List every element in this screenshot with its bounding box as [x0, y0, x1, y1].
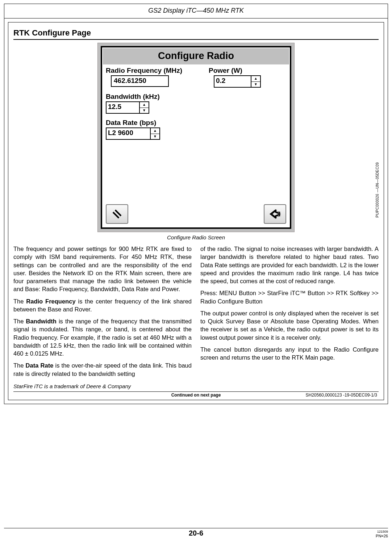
data-rate-value: L2 9600 [107, 128, 150, 139]
data-rate-label: Data Rate (bps) [106, 119, 286, 127]
data-rate-down-icon[interactable]: ▼ [151, 134, 159, 139]
cancel-icon [112, 209, 122, 219]
body-para: The cancel button disregards any input t… [200, 345, 379, 362]
softkey-row [103, 204, 289, 225]
next-button[interactable] [264, 204, 286, 224]
screenshot-wrap: PUPC000026 —UN—05DEC09 Configure Radio R… [13, 43, 379, 232]
content-frame: RTK Configure Page PUPC000026 —UN—05DEC0… [8, 22, 384, 400]
body-para: The Data Rate is the over-the-air speed … [13, 361, 192, 378]
cancel-button[interactable] [106, 204, 128, 224]
body-para: The Radio Frequency is the center freque… [13, 297, 192, 314]
bandwidth-spinner[interactable]: ▲ ▼ [139, 102, 149, 113]
configure-radio-panel: Configure Radio Radio Frequency (MHz) 46… [97, 43, 295, 232]
power-up-icon[interactable]: ▲ [251, 76, 260, 82]
screenshot-caption: Configure Radio Screen [13, 234, 379, 240]
radio-frequency-input[interactable]: 462.61250 [111, 75, 169, 87]
power-label: Power (W) [209, 67, 286, 75]
data-rate-spinner[interactable]: ▲ ▼ [150, 128, 159, 139]
configure-radio-inner: Configure Radio Radio Frequency (MHz) 46… [101, 46, 291, 229]
power-down-icon[interactable]: ▼ [251, 82, 260, 87]
image-ref-code: PUPC000026 —UN—05DEC09 [375, 162, 379, 218]
title-rule [13, 39, 379, 40]
page-header: GS2 Display iTC—450 MHz RTK [4, 4, 388, 18]
body-para: Press: MENU Button >> StarFire iTC™ Butt… [200, 289, 379, 305]
page-frame: GS2 Display iTC—450 MHz RTK RTK Configur… [4, 4, 388, 404]
bandwidth-down-icon[interactable]: ▼ [140, 108, 149, 113]
bandwidth-input[interactable]: 12.5 ▲ ▼ [106, 101, 149, 114]
bandwidth-label: Bandwidth (kHz) [106, 93, 286, 101]
configure-radio-title: Configure Radio [103, 48, 289, 64]
continued-label: Continued on next page [13, 393, 379, 398]
radio-frequency-value: 462.61250 [114, 77, 146, 85]
bandwidth-value: 12.5 [107, 102, 139, 113]
body-para: of the radio. The signal to noise increa… [200, 245, 379, 285]
body-left-column: The frequency and power settings for 900… [13, 245, 192, 382]
section-title: RTK Configure Page [13, 28, 379, 38]
data-rate-up-icon[interactable]: ▲ [151, 128, 159, 134]
radio-frequency-label: Radio Frequency (MHz) [106, 67, 183, 75]
body-para: The Bandwidth is the range of the freque… [13, 317, 192, 357]
body-right-column: of the radio. The signal to noise increa… [200, 245, 379, 382]
power-input[interactable]: 0.2 ▲ ▼ [214, 75, 261, 88]
body-columns: The frequency and power settings for 900… [13, 245, 379, 382]
power-value: 0.2 [214, 76, 251, 87]
page-number: 20-6 [4, 529, 388, 537]
power-spinner[interactable]: ▲ ▼ [251, 76, 260, 87]
configure-radio-body: Radio Frequency (MHz) 462.61250 Power (W… [103, 67, 289, 204]
continued-row: Continued on next page SH20560,0000123 -… [13, 392, 379, 398]
page-footer: 20-6 121509 PN=26 [0, 528, 392, 540]
bandwidth-up-icon[interactable]: ▲ [140, 102, 149, 108]
arrow-right-icon [269, 209, 281, 219]
header-rule [4, 18, 388, 18]
body-para: The output power control is only display… [200, 309, 379, 341]
body-para: The frequency and power settings for 900… [13, 245, 192, 293]
trademark-note: StarFire iTC is a trademark of Deere & C… [13, 383, 379, 389]
page-footer-rule [4, 528, 388, 528]
data-rate-input[interactable]: L2 9600 ▲ ▼ [106, 127, 160, 140]
